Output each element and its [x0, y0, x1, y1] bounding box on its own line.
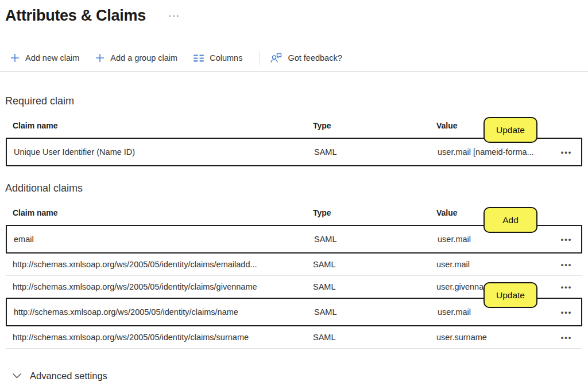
additional-claims-heading: Additional claims: [5, 181, 588, 195]
more-options-icon[interactable]: ···: [169, 12, 180, 19]
page-header: Attributes & Claims ···: [0, 0, 588, 25]
column-header-claim-name: Claim name: [6, 121, 313, 130]
add-new-claim-button[interactable]: Add new claim: [10, 53, 79, 63]
table-row-surname[interactable]: http://schemas.xmlsoap.org/ws/2005/05/id…: [6, 326, 582, 349]
plus-icon: [95, 53, 105, 63]
toolbar-divider: [260, 51, 260, 65]
add-new-claim-label: Add new claim: [25, 53, 79, 63]
got-feedback-label: Got feedback?: [288, 53, 342, 63]
table-row-emailaddress[interactable]: http://schemas.xmlsoap.org/ws/2005/05/id…: [6, 254, 582, 276]
feedback-icon: [270, 53, 282, 63]
row-menu-icon[interactable]: •••: [555, 148, 581, 157]
annotation-callout-update-2: Update: [483, 282, 537, 308]
plus-icon: [10, 53, 20, 63]
annotation-callout-add: Add: [483, 207, 537, 233]
required-claim-heading: Required claim: [5, 94, 588, 108]
annotation-callout-update-1: Update: [483, 117, 537, 143]
columns-button[interactable]: Columns: [194, 53, 242, 63]
page-title: Attributes & Claims: [5, 6, 146, 25]
chevron-down-icon: [13, 373, 21, 379]
command-bar: Add new claim Add a group claim Columns: [0, 50, 588, 65]
row-menu-icon[interactable]: •••: [555, 235, 581, 244]
toolbar-separator: [0, 71, 588, 72]
row-menu-icon[interactable]: •••: [554, 260, 582, 269]
row-menu-icon[interactable]: •••: [554, 333, 582, 342]
column-header-type: Type: [313, 121, 436, 130]
row-menu-icon[interactable]: •••: [554, 283, 582, 291]
row-menu-icon[interactable]: •••: [555, 308, 581, 317]
advanced-settings-label: Advanced settings: [30, 371, 107, 381]
columns-icon: [194, 54, 204, 62]
column-header-claim-name: Claim name: [6, 208, 313, 217]
column-header-type: Type: [313, 208, 436, 217]
columns-label: Columns: [210, 53, 242, 63]
got-feedback-button[interactable]: Got feedback?: [270, 53, 342, 63]
advanced-settings-toggle[interactable]: Advanced settings: [13, 371, 588, 381]
add-group-claim-label: Add a group claim: [110, 53, 177, 63]
add-group-claim-button[interactable]: Add a group claim: [95, 53, 177, 63]
